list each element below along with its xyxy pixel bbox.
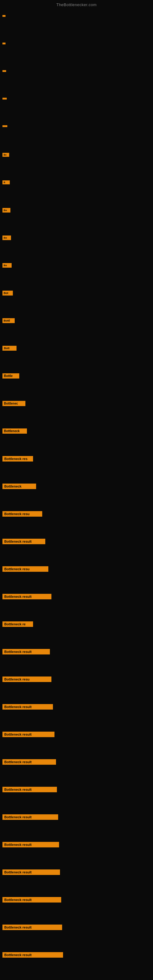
bottleneck-result-badge: Bottleneck result	[2, 732, 54, 737]
bottleneck-result-badge: F	[2, 43, 5, 45]
bottleneck-result-badge: Bottleneck resu	[2, 676, 51, 682]
list-item: Bo	[0, 149, 153, 176]
bottleneck-result-badge: Bottleneck result	[2, 897, 61, 902]
bottleneck-result-badge: Bottleneck result	[2, 869, 60, 875]
list-item: Bottleneck result	[0, 811, 153, 838]
list-item: E	[0, 122, 153, 148]
list-item: Bottleneck resu	[0, 563, 153, 590]
list-item	[0, 11, 153, 38]
list-item: Bottleneck result	[0, 535, 153, 562]
bottleneck-result-badge: Bottleneck resu	[2, 511, 42, 517]
bottleneck-result-badge: E	[2, 70, 6, 72]
list-item: Bottleneck res	[0, 452, 153, 479]
list-item: Bo	[0, 259, 153, 286]
bottleneck-result-badge: Bottleneck result	[2, 814, 58, 820]
list-item: Bottleneck result	[0, 590, 153, 617]
list-item: Bottleneck result	[0, 866, 153, 893]
bottleneck-result-badge: E	[2, 125, 7, 127]
list-item: Bottleneck resu	[0, 508, 153, 535]
bottleneck-result-badge: Bottleneck result	[2, 952, 63, 958]
bottleneck-result-badge: Bottleneck result	[2, 539, 45, 544]
list-item: Bottleneck result	[0, 893, 153, 920]
list-item: Bo	[0, 204, 153, 231]
bottleneck-result-badge: Bottleneck result	[2, 759, 56, 765]
bottleneck-result-badge: B	[2, 180, 10, 185]
list-item: B	[0, 177, 153, 204]
bottleneck-result-badge: Bo	[2, 153, 9, 157]
bottleneck-result-badge: Bottl	[2, 318, 15, 323]
bottleneck-result-badge: Bottleneck resu	[2, 566, 48, 572]
bottleneck-result-badge: Bottleneck result	[2, 704, 53, 710]
bottleneck-result-badge: Bo	[2, 235, 11, 240]
bottleneck-result-badge: Bottleneck result	[2, 594, 51, 599]
bottleneck-result-badge: Bo	[2, 208, 10, 213]
list-item: E	[0, 67, 153, 94]
bottleneck-result-badge: Bott	[2, 346, 16, 351]
list-item: Bottle	[0, 370, 153, 396]
bottleneck-result-badge: Bo	[2, 263, 12, 268]
bottleneck-result-badge: Bottle	[2, 373, 19, 379]
bottleneck-result-badge: Bot	[2, 291, 13, 296]
bottleneck-result-badge: Bottlenec	[2, 401, 26, 406]
list-item: Bottleneck result	[0, 838, 153, 865]
list-item: B	[0, 94, 153, 121]
list-item: Bottleneck	[0, 480, 153, 507]
bottleneck-result-badge	[2, 15, 5, 17]
bottleneck-result-badge: Bottleneck re	[2, 621, 33, 627]
list-item: Bottl	[0, 315, 153, 342]
list-item: Bottleneck re	[0, 618, 153, 645]
list-item: Bottleneck result	[0, 783, 153, 810]
bottleneck-result-badge: Bottleneck result	[2, 787, 57, 792]
list-item: Bottleneck result	[0, 645, 153, 672]
list-item: Bottleneck resu	[0, 673, 153, 700]
bottleneck-result-badge: Bottleneck result	[2, 649, 50, 654]
list-item: Bottlenec	[0, 397, 153, 424]
list-item: Bottleneck result	[0, 921, 153, 948]
bottleneck-result-badge: Bottleneck	[2, 428, 27, 434]
list-item: Bottleneck	[0, 425, 153, 452]
list-item: Bottleneck result	[0, 700, 153, 727]
bottleneck-result-badge: Bottleneck result	[2, 924, 62, 930]
list-item: F	[0, 39, 153, 66]
list-item: Bottleneck result	[0, 756, 153, 783]
list-item: Bottleneck result	[0, 948, 153, 975]
list-item: Bottleneck result	[0, 728, 153, 755]
list-item: Bott	[0, 342, 153, 369]
list-item: Bot	[0, 287, 153, 314]
bottleneck-result-badge: Bottleneck result	[2, 842, 59, 847]
items-container: FEBEBoBBoBoBoBotBottlBottBottleBottlenec…	[0, 8, 153, 979]
bottleneck-result-badge: B	[2, 98, 7, 100]
bottleneck-result-badge: Bottleneck res	[2, 456, 33, 461]
bottleneck-result-badge: Bottleneck	[2, 484, 36, 489]
list-item: Bo	[0, 232, 153, 259]
site-title: TheBottlenecker.com	[0, 0, 153, 8]
